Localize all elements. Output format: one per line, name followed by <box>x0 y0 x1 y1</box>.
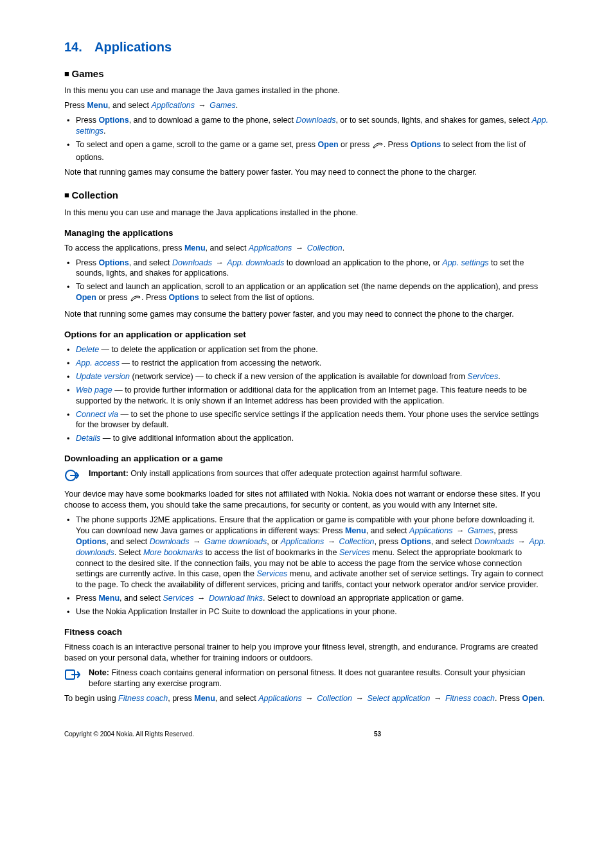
downloads-label: Downloads <box>474 537 514 546</box>
section-games-heading: Games <box>64 67 549 80</box>
applications-label: Applications <box>151 101 194 110</box>
call-key-icon <box>372 141 384 152</box>
fitness-p1: Fitness coach is an interactive personal… <box>64 642 549 664</box>
options-label: Options <box>98 258 129 267</box>
games-intro-2: Press Menu, and select Applications → Ga… <box>64 100 549 111</box>
collection-label: Collection <box>317 694 352 703</box>
selectapp-label: Select application <box>367 694 430 703</box>
text: or press <box>339 140 372 149</box>
text: . Select <box>114 548 143 557</box>
list-item: Web page — to provide further informatio… <box>64 385 549 407</box>
appdownloads-label: App. downloads <box>227 258 284 267</box>
text: Press <box>76 116 98 125</box>
text: . <box>342 244 344 252</box>
list-item: Connect via — to set the phone to use sp… <box>64 409 549 431</box>
text: . Select to download an appropriate appl… <box>263 594 464 603</box>
text: To begin using <box>64 694 118 703</box>
arrow-right-icon: → <box>213 258 226 267</box>
text: , and select <box>366 526 409 535</box>
text: , and select <box>129 258 172 267</box>
text: . <box>498 372 500 381</box>
important-text: Important: Only install applications fro… <box>89 468 549 479</box>
text: Only install applications from sources t… <box>129 469 463 478</box>
applications-label: Applications <box>258 694 301 703</box>
list-item: To select and open a game, scroll to the… <box>64 139 549 163</box>
text: — to restrict the application from acces… <box>120 359 321 368</box>
list-item: Use the Nokia Application Installer in P… <box>64 607 549 617</box>
open-label: Open <box>76 293 96 302</box>
fitnesscoach-label: Fitness coach <box>118 694 168 703</box>
downloads-label: Downloads <box>296 116 336 125</box>
text: — to provide further information or addi… <box>76 385 527 405</box>
text: , and select <box>206 244 249 252</box>
text: — to set the phone to use specific servi… <box>76 410 539 430</box>
text: To select and open a game, scroll to the… <box>76 140 318 149</box>
important-note: Important: Only install applications fro… <box>64 468 549 485</box>
call-key-icon <box>130 294 141 305</box>
list-item: Press Options, and select Downloads → Ap… <box>64 258 549 279</box>
text: . Press <box>384 140 411 149</box>
applications-label: Applications <box>281 537 324 546</box>
options-list: Delete — to delete the application or ap… <box>64 344 549 444</box>
options-label: Options <box>98 116 129 125</box>
text: , and select <box>120 594 163 603</box>
text: , and select <box>215 694 258 703</box>
text: . Press <box>495 694 522 703</box>
option-term: Update version <box>76 372 130 381</box>
menu-label: Menu <box>184 244 206 252</box>
games-label: Games <box>468 526 493 535</box>
text: Press <box>76 594 98 603</box>
arrow-right-icon: → <box>195 594 207 603</box>
text: , press <box>375 537 401 546</box>
note-label: Note: <box>89 668 109 677</box>
fitness-p2: To begin using Fitness coach, press Menu… <box>64 693 549 704</box>
text: (network service) — to check if a new ve… <box>130 372 467 381</box>
downloading-p1: Your device may have some bookmarks load… <box>64 489 549 511</box>
arrow-right-icon: → <box>190 537 202 546</box>
section-collection-heading: Collection <box>64 189 549 202</box>
games-label: Games <box>209 101 235 110</box>
options-label: Options <box>76 537 106 546</box>
downloads-label: Downloads <box>150 537 190 546</box>
list-item: Details — to give additional information… <box>64 433 549 444</box>
menu-label: Menu <box>98 594 120 603</box>
applications-label: Applications <box>409 526 452 535</box>
text: to access the list of bookmarks in the <box>203 548 339 557</box>
important-label: Important: <box>89 469 129 478</box>
arrow-right-icon: → <box>431 694 443 703</box>
managing-bullets: Press Options, and select Downloads → Ap… <box>64 258 549 306</box>
option-term: Web page <box>76 385 112 394</box>
collection-intro: In this menu you can use and manage the … <box>64 208 549 218</box>
text: . Press <box>141 293 168 302</box>
note-icon <box>64 668 82 684</box>
games-intro-1: In this menu you can use and manage the … <box>64 85 549 96</box>
list-item: The phone supports J2ME applications. En… <box>64 515 549 590</box>
arrow-right-icon: → <box>515 537 528 546</box>
text: Fitness coach contains general informati… <box>89 668 526 688</box>
morebookmarks-label: More bookmarks <box>143 548 203 557</box>
text: , and select <box>106 537 149 546</box>
text: . <box>236 101 238 110</box>
list-item: App. access — to restrict the applicatio… <box>64 358 549 369</box>
fitnesscoach-label: Fitness coach <box>445 694 495 703</box>
note-text: Note: Fitness coach contains general inf… <box>89 668 549 689</box>
text: , or <box>267 537 281 546</box>
option-term: Details <box>76 434 100 443</box>
options-heading: Options for an application or applicatio… <box>64 329 549 341</box>
options-label: Options <box>411 140 441 149</box>
menu-label: Menu <box>194 694 215 703</box>
downloadlinks-label: Download links <box>209 594 263 603</box>
text: Press <box>76 258 98 267</box>
page-title: 14. Applications <box>64 39 549 56</box>
downloads-label: Downloads <box>172 258 212 267</box>
games-note: Note that running games may consume the … <box>64 167 549 178</box>
text: to download an application to the phone,… <box>284 258 442 267</box>
downloading-heading: Downloading an application or a game <box>64 453 549 465</box>
games-bullets: Press Options, and to download a game to… <box>64 115 549 163</box>
page-number: 53 <box>374 730 381 739</box>
text: . <box>103 127 105 136</box>
text: Press <box>64 101 87 110</box>
open-label: Open <box>522 694 542 703</box>
text: to select from the list of options. <box>199 293 314 302</box>
arrow-right-icon: → <box>325 537 337 546</box>
